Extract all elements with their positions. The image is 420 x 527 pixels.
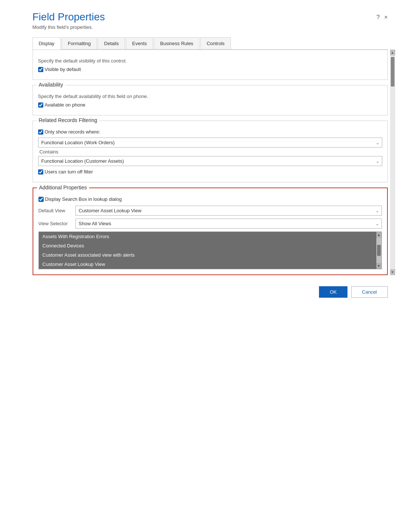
tab-controls[interactable]: Controls [200,37,231,49]
dialog-title: Field Properties [33,11,105,23]
available-on-phone-label: Available on phone [45,102,85,108]
listbox-scroll-track [377,238,381,263]
filter-value-dropdown[interactable]: Functional Location (Customer Assets) [38,156,382,166]
users-filter-checkbox[interactable] [38,169,43,175]
display-search-checkbox[interactable] [38,197,44,202]
dialog-header: Field Properties Modify this field's pro… [25,7,395,30]
page-scroll-up[interactable]: ▲ [390,50,395,55]
visibility-section: Specify the default visibility of this c… [33,50,388,80]
view-selector-row: View Selector Show All Views ⌄ [38,219,382,229]
visible-by-default-row: Visible by default [38,67,382,72]
dialog-window-controls: ? × [376,14,387,21]
ok-button[interactable]: OK [319,286,347,298]
listbox-scroll-up[interactable]: ▲ [376,232,382,238]
available-on-phone-checkbox[interactable] [38,102,43,108]
visible-by-default-label: Visible by default [45,67,81,72]
contains-label: Contains [40,149,382,155]
view-selector-dropdown[interactable]: Show All Views [75,219,382,229]
display-search-row: Display Search Box in lookup dialog [38,196,382,202]
filter-value-dropdown-wrap: Functional Location (Customer Assets) ⌄ [38,156,382,166]
page-scroll-down[interactable]: ▼ [390,269,395,275]
page-scrollbar[interactable]: ▲ ▼ [390,50,395,275]
view-selector-dropdown-wrap: Show All Views ⌄ [75,219,382,229]
additional-properties-section: Additional Properties Display Search Box… [33,188,388,275]
views-listbox-container: Assets With Registration Errors Connecte… [38,232,382,269]
view-selector-label: View Selector [38,221,72,226]
tab-details[interactable]: Details [98,37,125,49]
only-show-row: Only show records where: [38,129,382,135]
available-on-phone-row: Available on phone [38,102,382,108]
views-listbox[interactable]: Assets With Registration Errors Connecte… [38,232,382,269]
default-view-row: Default View Customer Asset Lookup View … [38,206,382,216]
tab-bar: Display Formatting Details Events Busine… [33,37,388,50]
list-item[interactable]: Customer Asset Lookup View [39,260,376,269]
field-properties-dialog: Field Properties Modify this field's pro… [25,0,395,304]
visibility-desc: Specify the default visibility of this c… [38,58,382,64]
related-records-legend: Related Records Filtering [37,117,100,123]
visible-by-default-checkbox[interactable] [38,67,43,72]
display-search-label: Display Search Box in lookup dialog [45,196,122,202]
tab-formatting[interactable]: Formatting [61,37,97,49]
additional-properties-legend: Additional Properties [37,185,89,190]
tab-business-rules[interactable]: Business Rules [154,37,200,49]
filter-field-dropdown-wrap: Functional Location (Work Orders) ⌄ [38,138,382,148]
users-filter-label: Users can turn off filter [45,169,93,175]
tab-display[interactable]: Display [33,37,61,50]
default-view-dropdown-wrap: Customer Asset Lookup View ⌄ [75,206,382,216]
list-item[interactable]: Customer Asset associated view with aler… [39,250,376,260]
list-item[interactable]: Connected Devices [39,241,376,250]
listbox-inner: Assets With Registration Errors Connecte… [39,232,382,269]
users-filter-row: Users can turn off filter [38,169,382,175]
listbox-scroll-thumb[interactable] [377,245,381,256]
availability-legend: Availability [37,82,65,88]
default-view-label: Default View [38,208,72,213]
list-item[interactable]: Assets With Registration Errors [39,232,376,241]
only-show-checkbox[interactable] [38,129,43,135]
tab-events[interactable]: Events [126,37,153,49]
related-records-section: Related Records Filtering Only show reco… [33,121,388,182]
listbox-scroll-down[interactable]: ▼ [376,263,382,269]
close-button[interactable]: × [384,14,387,21]
help-button[interactable]: ? [376,14,380,21]
default-view-dropdown[interactable]: Customer Asset Lookup View [75,206,382,216]
dialog-footer: OK Cancel [25,280,395,304]
filter-field-dropdown[interactable]: Functional Location (Work Orders) [38,138,382,148]
dialog-subtitle: Modify this field's properties. [33,24,105,30]
cancel-button[interactable]: Cancel [351,286,387,298]
page-scroll-thumb[interactable] [391,57,394,87]
availability-section: Availability Specify the default availab… [33,85,388,115]
page-scroll-track [390,55,395,269]
only-show-label: Only show records where: [45,129,100,135]
listbox-scrollbar[interactable]: ▲ ▼ [376,232,382,269]
availability-desc: Specify the default availability of this… [38,94,382,99]
